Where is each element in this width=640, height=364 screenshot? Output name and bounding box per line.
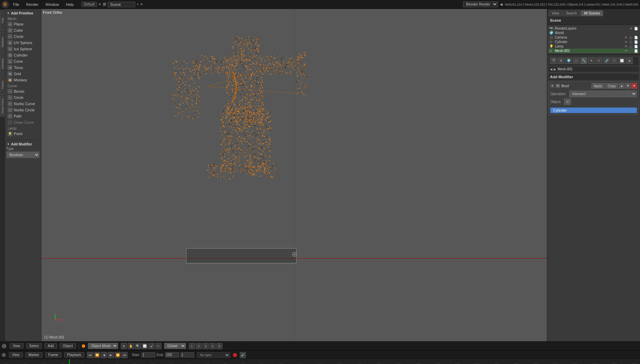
audio-icon[interactable]: 🔊 <box>240 352 246 358</box>
mesh-torus-btn[interactable]: ◎ Torus <box>6 64 40 71</box>
eye-icon-mesh001[interactable]: 👁 <box>624 49 628 53</box>
next-keyframe-icon[interactable]: ⏩ <box>115 352 121 358</box>
jump-end-icon[interactable]: ⏭ <box>121 352 128 358</box>
eye-icon-camera[interactable]: 👁 <box>624 36 628 39</box>
start-frame-input[interactable] <box>141 352 155 357</box>
view-persp-icon[interactable]: ⊕ <box>121 343 127 349</box>
end-frame-input[interactable] <box>165 352 179 357</box>
props-tab-physics[interactable]: ⚛ <box>595 57 602 64</box>
cam-icon-mesh001[interactable]: 🎥 <box>629 49 633 53</box>
3d-viewport[interactable]: Front Ortho X Y (1) Mesh.0 <box>41 9 547 341</box>
curve-path-btn[interactable]: ⤴ Path <box>6 113 40 119</box>
mesh-circle-btn[interactable]: ○ Circle <box>6 33 40 40</box>
object-type-icon[interactable]: ⊡ <box>564 99 571 105</box>
apply-button[interactable]: Apply <box>591 83 605 89</box>
mesh-grid-btn[interactable]: ⊞ Grid <box>6 71 40 77</box>
select-box-icon[interactable]: ⬜ <box>141 343 148 349</box>
plus-icon[interactable]: ✕ <box>98 2 101 6</box>
curve-drawcurve-btn[interactable]: ✏ Draw Curve <box>6 119 40 125</box>
cylinder-object[interactable] <box>186 248 296 263</box>
nav-forward-icon[interactable]: ▶ <box>554 68 556 71</box>
knife-icon[interactable]: ✂ <box>155 343 161 349</box>
tree-item-world[interactable]: 🌍 World <box>549 31 639 35</box>
mesh-cone-btn[interactable]: △ Cone <box>6 58 40 64</box>
props-tab-constraints[interactable]: 🔗 <box>603 57 610 64</box>
scene-input[interactable] <box>108 2 135 7</box>
render-engine-dropdown[interactable]: Blender Render <box>463 1 498 7</box>
tree-item-mesh001[interactable]: ⊞ Mesh.001 👁 🎥 📄 <box>549 49 639 53</box>
mesh-monkey-btn[interactable]: 🐵 Monkey <box>6 77 40 83</box>
render-icon-cylinder[interactable]: 📄 <box>634 40 638 44</box>
props-tab-object[interactable]: ◻ <box>573 57 580 64</box>
operation-select[interactable]: Intersect Union Difference <box>569 91 637 97</box>
render-toggle[interactable]: 👁 <box>556 84 560 88</box>
modifier-toggle-btn[interactable]: ▼ <box>550 84 554 88</box>
lamp-point-btn[interactable]: 💡 Point <box>6 131 40 137</box>
mesh-cylinder-btn[interactable]: ⊡ Cylinder <box>6 52 40 58</box>
current-frame-input[interactable] <box>180 352 194 357</box>
nav-back-icon[interactable]: ◀ <box>550 68 552 71</box>
layer3-icon[interactable]: 3 <box>203 343 209 349</box>
modifier-up-btn[interactable]: ▲ <box>619 83 624 89</box>
tab-animation[interactable]: Animation <box>0 53 4 74</box>
prev-keyframe-icon[interactable]: ⏪ <box>94 352 100 358</box>
menu-file[interactable]: File <box>12 2 21 7</box>
mesh-plane-btn[interactable]: ▭ Plane <box>6 21 40 27</box>
layer1-icon[interactable]: 1 <box>189 343 195 349</box>
cam-icon-camera[interactable]: 🎥 <box>629 36 633 39</box>
props-tab-material[interactable]: ⬜ <box>618 57 625 64</box>
record-button[interactable] <box>233 353 237 357</box>
menu-window[interactable]: Window <box>44 2 60 7</box>
modifier-type-select[interactable]: Boolean <box>6 151 40 158</box>
props-tab-world[interactable]: 🌍 <box>565 57 572 64</box>
curve-bezier-btn[interactable]: ~ Bezier <box>6 88 40 94</box>
play-reverse-icon[interactable]: ◀ <box>101 352 107 358</box>
tree-item-camera[interactable]: 🎥 Camera 👁 🎥 📄 <box>549 35 639 40</box>
render-icon-camera[interactable]: 📄 <box>634 36 638 39</box>
menu-render[interactable]: Render <box>25 2 40 7</box>
timeline-view-btn[interactable]: View <box>9 352 23 357</box>
cylinder-object-badge[interactable]: Cylinder <box>550 108 637 113</box>
cam-icon-lamp[interactable]: 🎥 <box>629 45 633 48</box>
tab-view[interactable]: View <box>549 10 562 16</box>
object-menu-btn[interactable]: Object <box>60 343 76 348</box>
jump-start-icon[interactable]: ⏮ <box>87 352 93 358</box>
modifier-delete-btn[interactable]: ✕ <box>631 83 637 89</box>
mesh-uvsphere-btn[interactable]: ● UV Sphere <box>6 40 40 46</box>
select-menu-btn[interactable]: Select <box>26 343 42 348</box>
eye-icon-lamp[interactable]: 👁 <box>624 45 628 48</box>
add-modifier-props-title[interactable]: Add Modifier <box>549 74 639 80</box>
brush-icon[interactable]: 🖌 <box>148 343 155 349</box>
tab-search[interactable]: Search <box>563 10 580 16</box>
render-icon-renderlayers[interactable]: 📄 <box>634 27 638 30</box>
render-icon-mesh001[interactable]: 📄 <box>634 49 638 53</box>
timeline-ruler-area[interactable]: -50-40-30-20-100102030405060708090100110… <box>0 359 640 364</box>
tab-physics[interactable]: Physics <box>0 74 4 95</box>
view-menu-btn[interactable]: View <box>10 343 23 348</box>
layer2-icon[interactable]: 2 <box>196 343 202 349</box>
zoom-icon[interactable]: 🔍 <box>135 343 141 349</box>
sync-select[interactable]: No Sync Frame Dropping AV-sync <box>197 352 230 358</box>
timeline-frame-btn[interactable]: Frame <box>45 352 61 357</box>
tree-item-cylinder[interactable]: ⊡ Cylinder 👁 🎥 📄 <box>549 40 639 44</box>
render-engine-select[interactable]: Blender Render <box>463 1 498 7</box>
props-tab-texture[interactable]: ◈ <box>626 57 633 64</box>
eye-icon-renderlayers[interactable]: 👁 <box>630 27 633 30</box>
curve-nurbs-btn[interactable]: ⌇ Nurbs Curve <box>6 101 40 107</box>
menu-help[interactable]: Help <box>65 2 75 7</box>
render-icon-lamp[interactable]: 📄 <box>634 45 638 48</box>
props-tab-render[interactable]: 🎬 <box>550 57 557 64</box>
object-mode-select[interactable]: Object Mode Edit Mode Sculpt Mode <box>88 343 118 349</box>
layout-badge[interactable]: Default <box>81 2 97 7</box>
eye-icon-cylinder[interactable]: 👁 <box>624 40 628 44</box>
play-icon[interactable]: ▶ <box>108 352 114 358</box>
tab-grease-pencil[interactable]: Grease Pencil <box>0 96 4 117</box>
tree-item-renderlayers[interactable]: 📷 RenderLayers 👁 📄 <box>549 26 639 31</box>
mesh-cube-btn[interactable]: ◻ Cube <box>6 27 40 33</box>
curve-circle-btn[interactable]: ○ Circle <box>6 94 40 101</box>
timeline-marker-btn[interactable]: Marker <box>26 352 42 357</box>
props-tab-modifier[interactable]: 🔧 <box>580 57 587 64</box>
copy-button[interactable]: Copy <box>605 83 618 89</box>
props-tab-data[interactable]: ▽ <box>611 57 618 64</box>
tab-relations[interactable]: Relations <box>0 32 4 52</box>
